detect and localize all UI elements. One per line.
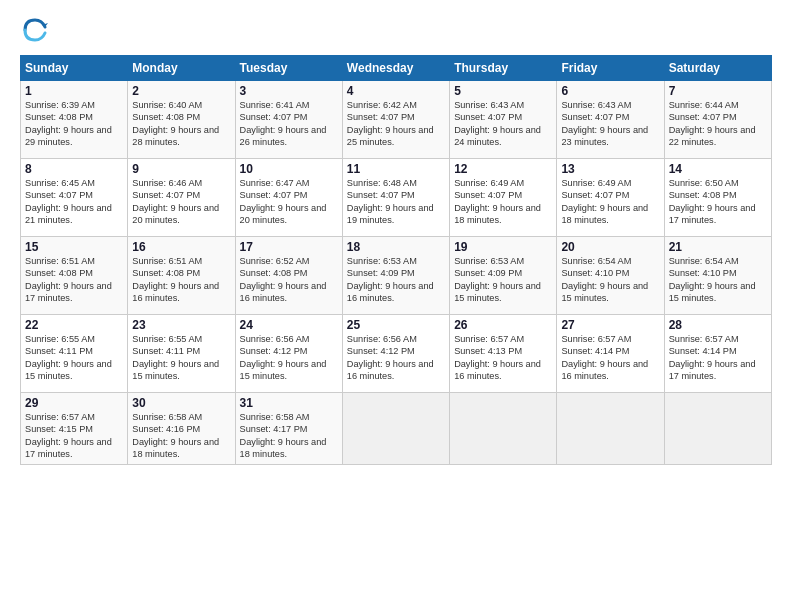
page-header xyxy=(20,15,772,45)
calendar-week-row: 1Sunrise: 6:39 AMSunset: 4:08 PMDaylight… xyxy=(21,81,772,159)
day-number: 28 xyxy=(669,318,767,332)
day-info: Sunrise: 6:58 AMSunset: 4:16 PMDaylight:… xyxy=(132,411,230,461)
day-number: 25 xyxy=(347,318,445,332)
weekday-header: Thursday xyxy=(450,56,557,81)
calendar-day-cell: 26Sunrise: 6:57 AMSunset: 4:13 PMDayligh… xyxy=(450,315,557,393)
day-info: Sunrise: 6:57 AMSunset: 4:13 PMDaylight:… xyxy=(454,333,552,383)
calendar-day-cell: 13Sunrise: 6:49 AMSunset: 4:07 PMDayligh… xyxy=(557,159,664,237)
calendar-day-cell: 22Sunrise: 6:55 AMSunset: 4:11 PMDayligh… xyxy=(21,315,128,393)
day-number: 24 xyxy=(240,318,338,332)
day-info: Sunrise: 6:58 AMSunset: 4:17 PMDaylight:… xyxy=(240,411,338,461)
calendar-day-cell: 15Sunrise: 6:51 AMSunset: 4:08 PMDayligh… xyxy=(21,237,128,315)
day-number: 21 xyxy=(669,240,767,254)
day-info: Sunrise: 6:56 AMSunset: 4:12 PMDaylight:… xyxy=(347,333,445,383)
day-info: Sunrise: 6:45 AMSunset: 4:07 PMDaylight:… xyxy=(25,177,123,227)
day-info: Sunrise: 6:57 AMSunset: 4:14 PMDaylight:… xyxy=(561,333,659,383)
calendar-day-cell: 20Sunrise: 6:54 AMSunset: 4:10 PMDayligh… xyxy=(557,237,664,315)
calendar-day-cell: 5Sunrise: 6:43 AMSunset: 4:07 PMDaylight… xyxy=(450,81,557,159)
day-info: Sunrise: 6:55 AMSunset: 4:11 PMDaylight:… xyxy=(25,333,123,383)
day-number: 22 xyxy=(25,318,123,332)
calendar-day-cell: 17Sunrise: 6:52 AMSunset: 4:08 PMDayligh… xyxy=(235,237,342,315)
day-info: Sunrise: 6:41 AMSunset: 4:07 PMDaylight:… xyxy=(240,99,338,149)
calendar-day-cell xyxy=(342,393,449,465)
calendar-day-cell: 8Sunrise: 6:45 AMSunset: 4:07 PMDaylight… xyxy=(21,159,128,237)
day-info: Sunrise: 6:43 AMSunset: 4:07 PMDaylight:… xyxy=(561,99,659,149)
day-info: Sunrise: 6:52 AMSunset: 4:08 PMDaylight:… xyxy=(240,255,338,305)
calendar-day-cell: 18Sunrise: 6:53 AMSunset: 4:09 PMDayligh… xyxy=(342,237,449,315)
page-container: SundayMondayTuesdayWednesdayThursdayFrid… xyxy=(0,0,792,612)
day-info: Sunrise: 6:48 AMSunset: 4:07 PMDaylight:… xyxy=(347,177,445,227)
day-info: Sunrise: 6:44 AMSunset: 4:07 PMDaylight:… xyxy=(669,99,767,149)
day-info: Sunrise: 6:49 AMSunset: 4:07 PMDaylight:… xyxy=(561,177,659,227)
day-info: Sunrise: 6:51 AMSunset: 4:08 PMDaylight:… xyxy=(25,255,123,305)
day-number: 2 xyxy=(132,84,230,98)
weekday-header: Tuesday xyxy=(235,56,342,81)
day-number: 12 xyxy=(454,162,552,176)
day-info: Sunrise: 6:53 AMSunset: 4:09 PMDaylight:… xyxy=(347,255,445,305)
calendar-day-cell: 4Sunrise: 6:42 AMSunset: 4:07 PMDaylight… xyxy=(342,81,449,159)
day-info: Sunrise: 6:46 AMSunset: 4:07 PMDaylight:… xyxy=(132,177,230,227)
calendar-day-cell: 9Sunrise: 6:46 AMSunset: 4:07 PMDaylight… xyxy=(128,159,235,237)
day-number: 8 xyxy=(25,162,123,176)
day-info: Sunrise: 6:49 AMSunset: 4:07 PMDaylight:… xyxy=(454,177,552,227)
calendar-week-row: 29Sunrise: 6:57 AMSunset: 4:15 PMDayligh… xyxy=(21,393,772,465)
day-info: Sunrise: 6:43 AMSunset: 4:07 PMDaylight:… xyxy=(454,99,552,149)
calendar-day-cell: 2Sunrise: 6:40 AMSunset: 4:08 PMDaylight… xyxy=(128,81,235,159)
day-number: 31 xyxy=(240,396,338,410)
day-info: Sunrise: 6:54 AMSunset: 4:10 PMDaylight:… xyxy=(669,255,767,305)
weekday-header: Sunday xyxy=(21,56,128,81)
calendar-day-cell: 27Sunrise: 6:57 AMSunset: 4:14 PMDayligh… xyxy=(557,315,664,393)
day-number: 7 xyxy=(669,84,767,98)
day-info: Sunrise: 6:40 AMSunset: 4:08 PMDaylight:… xyxy=(132,99,230,149)
day-number: 13 xyxy=(561,162,659,176)
calendar-week-row: 22Sunrise: 6:55 AMSunset: 4:11 PMDayligh… xyxy=(21,315,772,393)
calendar-week-row: 8Sunrise: 6:45 AMSunset: 4:07 PMDaylight… xyxy=(21,159,772,237)
calendar-day-cell: 23Sunrise: 6:55 AMSunset: 4:11 PMDayligh… xyxy=(128,315,235,393)
calendar-day-cell: 14Sunrise: 6:50 AMSunset: 4:08 PMDayligh… xyxy=(664,159,771,237)
calendar-day-cell: 21Sunrise: 6:54 AMSunset: 4:10 PMDayligh… xyxy=(664,237,771,315)
day-number: 14 xyxy=(669,162,767,176)
day-info: Sunrise: 6:50 AMSunset: 4:08 PMDaylight:… xyxy=(669,177,767,227)
day-number: 29 xyxy=(25,396,123,410)
weekday-header: Wednesday xyxy=(342,56,449,81)
calendar-day-cell: 29Sunrise: 6:57 AMSunset: 4:15 PMDayligh… xyxy=(21,393,128,465)
logo xyxy=(20,15,54,45)
day-number: 11 xyxy=(347,162,445,176)
day-info: Sunrise: 6:57 AMSunset: 4:14 PMDaylight:… xyxy=(669,333,767,383)
calendar-day-cell xyxy=(664,393,771,465)
day-info: Sunrise: 6:51 AMSunset: 4:08 PMDaylight:… xyxy=(132,255,230,305)
day-number: 20 xyxy=(561,240,659,254)
day-info: Sunrise: 6:53 AMSunset: 4:09 PMDaylight:… xyxy=(454,255,552,305)
calendar-day-cell xyxy=(557,393,664,465)
logo-icon xyxy=(20,15,50,45)
day-number: 6 xyxy=(561,84,659,98)
day-number: 26 xyxy=(454,318,552,332)
day-number: 15 xyxy=(25,240,123,254)
day-number: 18 xyxy=(347,240,445,254)
day-number: 10 xyxy=(240,162,338,176)
calendar-day-cell: 7Sunrise: 6:44 AMSunset: 4:07 PMDaylight… xyxy=(664,81,771,159)
day-info: Sunrise: 6:42 AMSunset: 4:07 PMDaylight:… xyxy=(347,99,445,149)
day-number: 23 xyxy=(132,318,230,332)
day-number: 27 xyxy=(561,318,659,332)
calendar-header-row: SundayMondayTuesdayWednesdayThursdayFrid… xyxy=(21,56,772,81)
day-info: Sunrise: 6:54 AMSunset: 4:10 PMDaylight:… xyxy=(561,255,659,305)
weekday-header: Monday xyxy=(128,56,235,81)
day-number: 5 xyxy=(454,84,552,98)
day-number: 1 xyxy=(25,84,123,98)
day-number: 17 xyxy=(240,240,338,254)
calendar-day-cell: 6Sunrise: 6:43 AMSunset: 4:07 PMDaylight… xyxy=(557,81,664,159)
calendar-day-cell: 31Sunrise: 6:58 AMSunset: 4:17 PMDayligh… xyxy=(235,393,342,465)
calendar-day-cell: 1Sunrise: 6:39 AMSunset: 4:08 PMDaylight… xyxy=(21,81,128,159)
calendar-day-cell: 16Sunrise: 6:51 AMSunset: 4:08 PMDayligh… xyxy=(128,237,235,315)
weekday-header: Saturday xyxy=(664,56,771,81)
calendar-day-cell: 24Sunrise: 6:56 AMSunset: 4:12 PMDayligh… xyxy=(235,315,342,393)
calendar-day-cell: 10Sunrise: 6:47 AMSunset: 4:07 PMDayligh… xyxy=(235,159,342,237)
calendar-day-cell: 19Sunrise: 6:53 AMSunset: 4:09 PMDayligh… xyxy=(450,237,557,315)
day-number: 9 xyxy=(132,162,230,176)
calendar-day-cell: 11Sunrise: 6:48 AMSunset: 4:07 PMDayligh… xyxy=(342,159,449,237)
calendar-day-cell: 3Sunrise: 6:41 AMSunset: 4:07 PMDaylight… xyxy=(235,81,342,159)
day-info: Sunrise: 6:39 AMSunset: 4:08 PMDaylight:… xyxy=(25,99,123,149)
day-info: Sunrise: 6:55 AMSunset: 4:11 PMDaylight:… xyxy=(132,333,230,383)
day-number: 16 xyxy=(132,240,230,254)
